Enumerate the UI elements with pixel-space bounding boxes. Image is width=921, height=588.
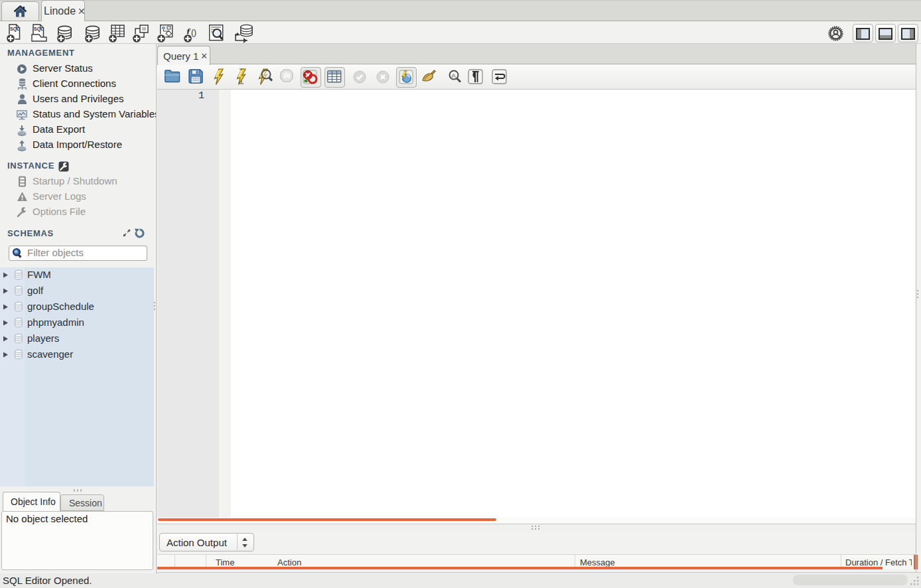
svg-text:A: A <box>452 72 456 79</box>
svg-text:(): () <box>191 28 196 37</box>
